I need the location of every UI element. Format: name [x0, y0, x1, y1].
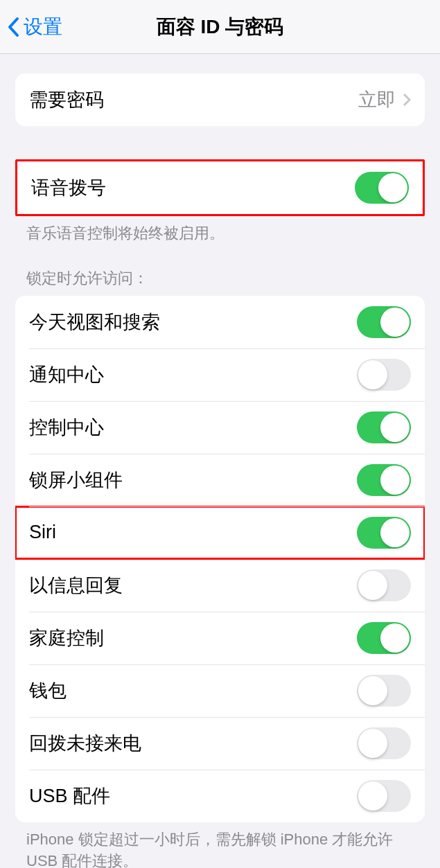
lock-access-group: 今天视图和搜索通知中心控制中心锁屏小组件Siri以信息回复家庭控制钱包回拨未接来…: [15, 296, 425, 822]
voice-dial-toggle[interactable]: [355, 172, 409, 204]
lock-access-toggle[interactable]: [357, 517, 411, 549]
lock-access-label: 回拨未接来电: [29, 731, 141, 756]
lock-access-label: 通知中心: [29, 362, 104, 387]
lock-access-label: 锁屏小组件: [29, 468, 123, 493]
lock-access-row: Siri: [15, 506, 425, 559]
lock-access-row: 今天视图和搜索: [15, 296, 425, 348]
lock-access-row: 通知中心: [15, 348, 425, 401]
require-passcode-value: 立即: [358, 87, 411, 112]
voice-dial-row: 语音拨号: [17, 161, 423, 214]
navigation-bar: 设置 面容 ID 与密码: [0, 0, 440, 54]
lock-access-row: 钱包: [15, 664, 425, 717]
lock-access-header: 锁定时允许访问：: [0, 268, 440, 296]
lock-access-label: 以信息回复: [29, 573, 123, 598]
voice-dial-footer: 音乐语音控制将始终被启用。: [0, 216, 440, 245]
lock-access-label: 钱包: [29, 678, 67, 703]
lock-access-toggle[interactable]: [357, 622, 411, 654]
lock-access-footer: iPhone 锁定超过一小时后，需先解锁 iPhone 才能允许 USB 配件连…: [0, 822, 440, 868]
lock-access-label: Siri: [29, 522, 56, 543]
lock-access-row: USB 配件: [15, 770, 425, 822]
back-label: 设置: [24, 14, 62, 40]
lock-access-row: 控制中心: [15, 401, 425, 454]
lock-access-toggle[interactable]: [357, 727, 411, 759]
lock-access-row: 家庭控制: [15, 612, 425, 664]
lock-access-toggle[interactable]: [357, 464, 411, 496]
require-passcode-row[interactable]: 需要密码 立即: [15, 73, 425, 126]
lock-access-row: 锁屏小组件: [15, 454, 425, 506]
chevron-left-icon: [7, 17, 19, 37]
lock-access-toggle[interactable]: [357, 675, 411, 707]
chevron-right-icon: [403, 93, 411, 107]
voice-dial-highlight: 语音拨号: [15, 159, 425, 216]
lock-access-label: 今天视图和搜索: [29, 310, 160, 335]
page-title: 面容 ID 与密码: [0, 14, 440, 40]
lock-access-label: 家庭控制: [29, 626, 104, 650]
lock-access-label: USB 配件: [29, 783, 110, 808]
lock-access-label: 控制中心: [29, 415, 104, 440]
lock-access-row: 回拨未接来电: [15, 717, 425, 770]
lock-access-toggle[interactable]: [357, 569, 411, 601]
require-passcode-label: 需要密码: [29, 87, 104, 112]
lock-access-toggle[interactable]: [357, 306, 411, 338]
lock-access-toggle[interactable]: [357, 359, 411, 391]
lock-access-row: 以信息回复: [15, 559, 425, 612]
voice-dial-label: 语音拨号: [31, 175, 106, 200]
require-passcode-group: 需要密码 立即: [15, 73, 425, 126]
back-button[interactable]: 设置: [7, 14, 62, 40]
lock-access-toggle[interactable]: [357, 411, 411, 443]
lock-access-toggle[interactable]: [357, 780, 411, 812]
